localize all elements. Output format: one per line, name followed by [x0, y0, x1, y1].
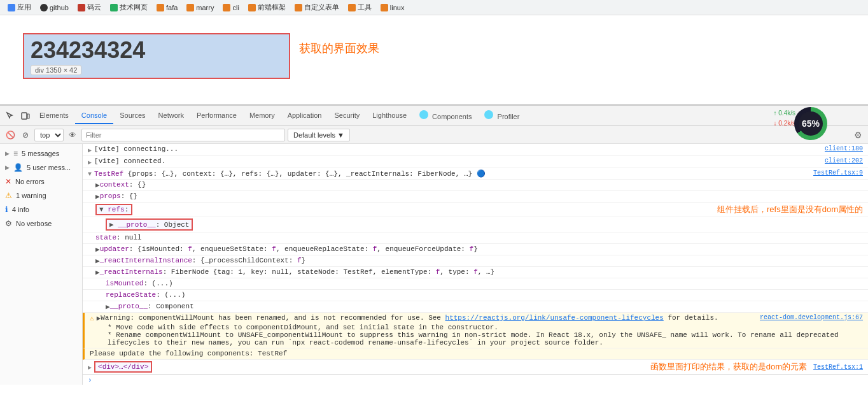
- preview-caption: 获取的界面效果: [299, 41, 379, 56]
- refs-highlight-box: ▼ refs:: [95, 204, 132, 215]
- default-levels-button[interactable]: Default levels ▼: [288, 129, 350, 141]
- tab-console[interactable]: Console: [75, 108, 113, 124]
- console-prompt-line[interactable]: ›: [83, 375, 868, 385]
- source-link[interactable]: client:180: [818, 145, 863, 152]
- bookmark-github[interactable]: github: [38, 3, 71, 13]
- expand-arrow-icon: ▶: [5, 164, 10, 171]
- expand-icon[interactable]: ▼: [99, 206, 104, 213]
- bookmark-linux[interactable]: linux: [378, 3, 407, 13]
- bookmark-frontend[interactable]: 前端框架: [246, 1, 288, 13]
- custom-icon: [295, 4, 302, 11]
- console-sidebar: ▶ ≡ 5 messages ▶ 👤 5 user mess... ✕ No e…: [0, 144, 83, 385]
- devtools-tabbar: Elements Console Sources Network Perform…: [0, 106, 868, 126]
- warning-log-line: ⚠ ▶ Warning: componentWillMount has been…: [83, 313, 868, 348]
- expand-icon[interactable]: ▶: [95, 268, 100, 276]
- device-toolbar-button[interactable]: [18, 108, 33, 124]
- bookmark-fafa[interactable]: fafa: [154, 3, 180, 13]
- fafa-icon: [157, 4, 164, 11]
- console-output: ▶ [vite] connecting... client:180 ▶ [vit…: [83, 144, 868, 385]
- log-line: ▶ props: {}: [83, 191, 868, 203]
- log-line: ▶ [vite] connected. client:202: [83, 156, 868, 168]
- tab-performance[interactable]: Performance: [190, 108, 243, 124]
- log-line: replaceState: (...): [83, 290, 868, 301]
- tab-application[interactable]: Application: [281, 108, 328, 124]
- tab-memory[interactable]: Memory: [243, 108, 281, 124]
- log-line-bottom: ▶ <div>…</div> 函数里面打印的结果，获取的是dom的元素 Test…: [83, 360, 868, 375]
- source-link-bottom[interactable]: TestRef.tsx:1: [807, 364, 863, 371]
- info-circle-icon[interactable]: 🔵: [477, 170, 486, 178]
- sidebar-item-errors[interactable]: ✕ No errors: [0, 175, 82, 189]
- github-icon: [40, 4, 48, 11]
- eye-icon[interactable]: 👁: [66, 129, 79, 141]
- div-element-highlight: <div>…</div>: [94, 361, 152, 373]
- upload-speed: ↑ 0.4k/s: [774, 108, 795, 118]
- expand-icon[interactable]: ▶: [95, 257, 100, 265]
- clear-console-button[interactable]: 🚫: [4, 129, 17, 141]
- sidebar-item-warnings[interactable]: ⚠ 1 warning: [0, 189, 82, 203]
- tab-profiler[interactable]: Profiler: [478, 106, 526, 125]
- expand-icon[interactable]: ▼: [88, 171, 92, 178]
- messages-icon: ≡: [13, 149, 18, 158]
- log-line: isMounted: (...): [83, 278, 868, 290]
- sidebar-item-messages[interactable]: ▶ ≡ 5 messages: [0, 146, 82, 161]
- marry-icon: [186, 4, 194, 11]
- source-link[interactable]: TestRef.tsx:9: [807, 169, 863, 176]
- tab-sources[interactable]: Sources: [113, 108, 151, 124]
- inspect-element-button[interactable]: [3, 108, 18, 124]
- sidebar-item-verbose[interactable]: ⚙ No verbose: [0, 217, 82, 231]
- log-line-refs: ▼ refs: 组件挂载后，refs里面是没有dom属性的: [83, 203, 868, 217]
- warning-link[interactable]: https://reactjs.org/link/unsafe-componen…: [445, 314, 664, 322]
- preview-number: 234234324: [31, 37, 283, 64]
- download-speed: ↓ 0.2k/s: [774, 118, 795, 129]
- log-line: ▼ TestRef {props: {…}, context: {…}, ref…: [83, 168, 868, 180]
- source-link[interactable]: react-dom.development.js:67: [753, 314, 863, 321]
- bookmark-apps[interactable]: 应用: [5, 1, 34, 13]
- bookmark-myyun[interactable]: 码云: [75, 1, 104, 13]
- log-line: ▶ __proto__: Object: [83, 217, 868, 232]
- expand-icon[interactable]: ▶: [95, 192, 100, 201]
- bookmarks-bar: 应用 github 码云 技术网页 fafa marry cli 前端框架 自定…: [0, 0, 868, 15]
- expand-icon[interactable]: ▶: [109, 221, 114, 229]
- tab-network[interactable]: Network: [152, 108, 190, 124]
- preview-wrapper: 234234324 div 1350 × 42: [11, 27, 302, 85]
- performance-circle: 65%: [794, 107, 827, 140]
- expand-icon[interactable]: ▶: [97, 314, 101, 322]
- bookmark-cli[interactable]: cli: [220, 3, 241, 13]
- preview-tag-label: div 1350 × 42: [31, 65, 81, 75]
- verbose-icon: ⚙: [5, 219, 12, 228]
- tab-lighthouse[interactable]: Lighthouse: [366, 108, 413, 124]
- bookmark-marry[interactable]: marry: [184, 3, 216, 13]
- svg-rect-0: [22, 113, 27, 119]
- cli-icon: [223, 4, 230, 11]
- console-filter-input[interactable]: [81, 129, 285, 141]
- expand-arrow-icon: ▶: [5, 150, 10, 157]
- console-settings-button[interactable]: ⊘: [19, 129, 32, 141]
- console-gear-icon[interactable]: ⚙: [851, 129, 864, 141]
- expand-icon[interactable]: ▶: [88, 159, 92, 166]
- react-profiler-icon: [484, 110, 493, 119]
- console-main: ▶ ≡ 5 messages ▶ 👤 5 user mess... ✕ No e…: [0, 144, 868, 385]
- apps-icon: [8, 4, 15, 11]
- tools-icon: [348, 4, 356, 11]
- log-line: ▶ _reactInternalInstance: {_processChild…: [83, 255, 868, 267]
- bookmark-jishu[interactable]: 技术网页: [108, 1, 150, 13]
- prompt-chevron-icon: ›: [88, 376, 92, 384]
- bookmark-tools[interactable]: 工具: [346, 1, 374, 13]
- tab-security[interactable]: Security: [328, 108, 366, 124]
- context-selector[interactable]: top: [34, 129, 64, 141]
- expand-icon[interactable]: ▶: [106, 303, 110, 311]
- bookmark-custom[interactable]: 自定义表单: [292, 1, 342, 13]
- sidebar-item-info[interactable]: ℹ 4 info: [0, 203, 82, 217]
- expand-icon[interactable]: ▶: [88, 146, 92, 154]
- tab-elements[interactable]: Elements: [33, 108, 75, 124]
- warning-icon: ⚠: [5, 191, 12, 200]
- console-toolbar: 🚫 ⊘ top 👁 Default levels ▼ ⚙: [0, 126, 868, 144]
- sidebar-item-user-messages[interactable]: ▶ 👤 5 user mess...: [0, 161, 82, 175]
- expand-icon[interactable]: ▶: [88, 364, 92, 371]
- expand-icon[interactable]: ▶: [95, 245, 100, 254]
- warning-details: * Move code with side effects to compone…: [90, 324, 863, 347]
- expand-icon[interactable]: ▶: [95, 181, 100, 189]
- source-link[interactable]: client:202: [818, 157, 863, 164]
- preview-element: 234234324 div 1350 × 42: [23, 33, 290, 79]
- tab-components[interactable]: Components: [413, 106, 478, 125]
